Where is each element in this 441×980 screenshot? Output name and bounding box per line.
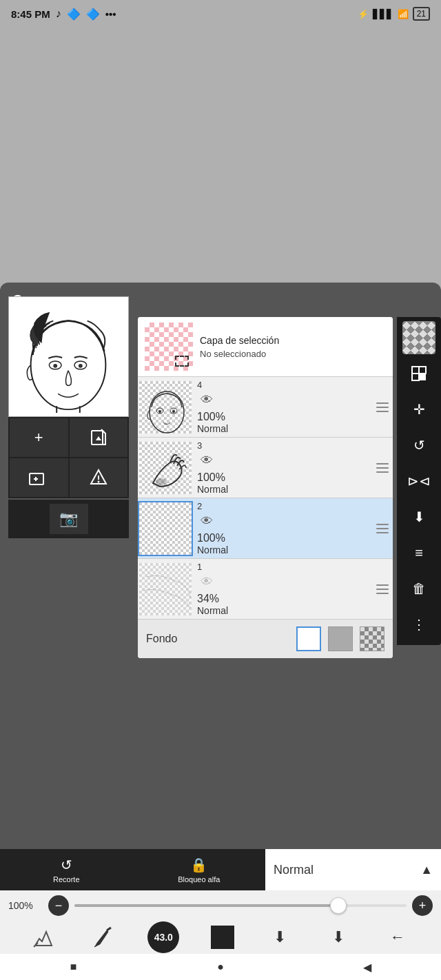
recorte-label: Recorte: [53, 875, 80, 884]
recorte-button[interactable]: ↺ Recorte: [0, 849, 133, 890]
add-group-icon: [29, 470, 48, 485]
redo-button[interactable]: ⬇: [325, 923, 352, 951]
brush-tool-button[interactable]: [89, 923, 116, 951]
layer-2-thumb: [138, 501, 193, 556]
canvas-area: [0, 28, 441, 283]
layer-1-drawing: [139, 563, 193, 617]
layer-4-drawing: [139, 381, 193, 435]
zoom-slider[interactable]: [74, 904, 407, 907]
svg-rect-5: [92, 431, 103, 445]
app-icon-1: 🔷: [67, 8, 81, 21]
svg-point-4: [79, 364, 83, 368]
selection-subtitle: No seleccionado: [200, 349, 386, 359]
svg-point-22: [172, 410, 175, 413]
flatten-button[interactable]: ≡: [402, 536, 435, 569]
layer-1-row[interactable]: 1 👁 34% Normal: [138, 559, 393, 620]
brush-tool-icon: [92, 926, 114, 948]
rotate-button[interactable]: ↺: [402, 429, 435, 462]
camera-row: 📷: [8, 500, 129, 538]
layer-3-row[interactable]: 3 👁 100% Normal: [138, 438, 393, 498]
status-right: ⚡ ▋▋▋ 📶 21: [358, 7, 430, 21]
normal-label: Normal: [274, 863, 314, 877]
merge-down-button[interactable]: ⬇: [402, 500, 435, 533]
zoom-bar: 100% − +: [0, 890, 441, 921]
back-button[interactable]: ←: [384, 923, 411, 951]
layer-3-thumb: [138, 440, 193, 496]
bloqueo-button[interactable]: 🔒 Bloqueo alfa: [133, 849, 266, 890]
time: 8:45 PM: [11, 8, 50, 20]
layer-4-info: 4 👁 100% Normal: [193, 377, 372, 437]
face-drawing: [9, 297, 128, 416]
chevron-up-icon: ▲: [420, 863, 433, 877]
layer-2-info: 2 👁 100% Normal: [193, 498, 372, 558]
svg-rect-38: [412, 374, 419, 380]
layer-1-info: 1 👁 34% Normal: [193, 559, 372, 619]
checker-tool-button[interactable]: [402, 321, 435, 354]
fondo-checker-button[interactable]: [360, 626, 384, 651]
app-icon-2: 🔷: [86, 8, 100, 21]
svg-marker-6: [96, 436, 101, 440]
brush-size-value: 43.0: [154, 932, 173, 943]
layer-1-eye[interactable]: 👁: [197, 572, 216, 591]
layer-4-menu[interactable]: [372, 397, 393, 418]
layer-2-menu[interactable]: [372, 518, 393, 539]
svg-point-27: [156, 478, 167, 485]
transform-icon: [409, 364, 429, 383]
fondo-row: Fondo: [138, 620, 393, 658]
fondo-white-button[interactable]: [296, 626, 321, 651]
nav-bar: ■ ● ◀: [0, 954, 441, 980]
selection-tool-button[interactable]: [30, 923, 57, 951]
bloqueo-label: Bloqueo alfa: [178, 875, 220, 884]
color-picker-button[interactable]: [211, 926, 234, 949]
more-options-button[interactable]: ⋮: [402, 608, 435, 641]
right-toolbar: ✛ ↺ ⊳⊲ ⬇ ≡ 🗑 ⋮: [397, 317, 441, 645]
status-bar: 8:45 PM ♪ 🔷 🔷 ••• ⚡ ▋▋▋ 📶 21: [0, 0, 441, 28]
add-layer-button[interactable]: +: [10, 418, 68, 457]
selection-dashed: [175, 356, 189, 367]
svg-rect-37: [419, 367, 426, 374]
brush-size-indicator[interactable]: 43.0: [147, 921, 179, 953]
blend-mode-select[interactable]: Normal ▲: [265, 849, 441, 890]
layer-2-eye[interactable]: 👁: [197, 511, 216, 531]
delete-icon: [90, 469, 107, 487]
layer-2-drawing: [139, 502, 193, 556]
layer-2-row[interactable]: 2 👁 100% Normal: [138, 498, 393, 559]
wifi-icon: 📶: [398, 9, 409, 19]
layer-4-eye[interactable]: 👁: [197, 390, 216, 409]
bottom-bar: ↺ Recorte 🔒 Bloqueo alfa Normal ▲: [0, 849, 441, 890]
back-nav-button[interactable]: ◀: [355, 957, 380, 977]
move-button[interactable]: ✛: [402, 393, 435, 426]
svg-rect-17: [139, 381, 193, 435]
layer-3-eye[interactable]: 👁: [197, 451, 216, 470]
circle-button[interactable]: ●: [208, 957, 233, 977]
layer-3-drawing: [139, 442, 193, 496]
zoom-thumb: [330, 897, 347, 914]
selection-layer-row[interactable]: Capa de selección No seleccionado: [138, 317, 393, 377]
action-grid: +: [8, 417, 129, 498]
layer-1-thumb: [138, 562, 193, 617]
layer-4-row[interactable]: 4 👁 100% Normal: [138, 377, 393, 438]
canvas-preview: [8, 296, 129, 417]
selection-title: Capa de selección: [200, 335, 386, 346]
transform-button[interactable]: [402, 357, 435, 390]
trash-button[interactable]: 🗑: [402, 572, 435, 605]
svg-rect-39: [419, 374, 426, 380]
svg-line-41: [107, 928, 111, 930]
layer-1-menu[interactable]: [372, 579, 393, 600]
add-group-button[interactable]: [10, 458, 68, 497]
import-button[interactable]: [70, 418, 128, 457]
home-button[interactable]: ■: [61, 957, 86, 977]
layer-3-menu[interactable]: [372, 458, 393, 478]
svg-rect-36: [412, 367, 419, 374]
camera-button[interactable]: 📷: [50, 504, 88, 534]
zoom-minus-button[interactable]: −: [48, 895, 69, 916]
delete-button[interactable]: [70, 458, 128, 497]
import-icon: [89, 428, 108, 447]
zoom-level: 100%: [8, 900, 43, 911]
svg-point-21: [158, 410, 161, 413]
fondo-gray-button[interactable]: [328, 626, 353, 651]
more-icon: •••: [105, 8, 116, 20]
undo-button[interactable]: ⬇: [266, 923, 294, 951]
flip-button[interactable]: ⊳⊲: [402, 465, 435, 498]
zoom-plus-button[interactable]: +: [412, 895, 433, 916]
